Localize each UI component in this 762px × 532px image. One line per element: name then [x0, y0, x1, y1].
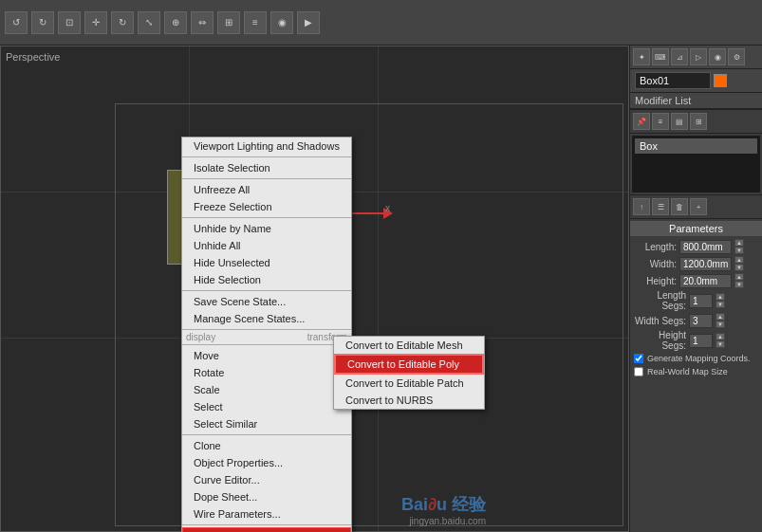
length-segs-down[interactable]: ▼ — [716, 301, 725, 308]
display-icon[interactable]: ◉ — [709, 48, 726, 65]
menu-separator-1 — [182, 156, 351, 157]
object-name-input[interactable] — [635, 72, 711, 89]
menu-item-freeze-selection[interactable]: Freeze Selection — [182, 198, 351, 215]
move-up-icon[interactable]: ↑ — [633, 198, 650, 215]
menu-item-dope-sheet[interactable]: Dope Sheet... — [182, 488, 351, 505]
width-up[interactable]: ▲ — [734, 256, 744, 264]
submenu-editable-poly[interactable]: Convert to Editable Poly — [334, 354, 484, 375]
menu-item-scale[interactable]: Scale — [182, 381, 351, 398]
menu-separator-6 — [182, 344, 351, 345]
submenu-editable-patch[interactable]: Convert to Editable Patch — [334, 375, 484, 392]
scale-icon[interactable]: ⤡ — [138, 11, 160, 34]
menu-separator-7 — [182, 434, 351, 435]
viewport[interactable]: Perspective x Viewport Lighting and Shad… — [0, 46, 629, 532]
menu-item-wire-parameters[interactable]: Wire Parameters... — [182, 505, 351, 523]
menu-separator-3 — [182, 217, 351, 218]
menu-item-convert-to[interactable]: Convert To — [182, 527, 351, 532]
menu-item-hide-unselected[interactable]: Hide Unselected — [182, 254, 351, 271]
add-modifier-icon[interactable]: + — [690, 198, 707, 215]
modify-icon[interactable]: ⌨ — [652, 48, 669, 65]
x-axis-label: x — [385, 203, 390, 213]
segs-row-height: Height Segs: ▲ ▼ — [630, 329, 762, 352]
length-segs-input[interactable] — [689, 294, 713, 308]
pin-icon[interactable]: 📌 — [633, 113, 650, 130]
top-toolbar: ↺ ↻ ⊡ ✛ ↻ ⤡ ⊕ ⇔ ⊞ ≡ ◉ ▶ — [0, 0, 762, 46]
realworld-map-checkbox[interactable] — [634, 367, 643, 376]
undo-icon[interactable]: ↺ — [5, 11, 28, 34]
menu-item-curve-editor[interactable]: Curve Editor... — [182, 471, 351, 488]
motion-icon[interactable]: ▷ — [690, 48, 707, 65]
width-segs-spinner: ▲ ▼ — [716, 313, 725, 328]
move-icon[interactable]: ✛ — [84, 11, 107, 34]
menu-item-clone[interactable]: Clone — [182, 437, 351, 454]
width-spinner: ▲ ▼ — [734, 256, 744, 271]
length-down[interactable]: ▼ — [734, 247, 744, 254]
object-name-row — [630, 69, 762, 93]
height-segs-up[interactable]: ▲ — [716, 333, 725, 340]
configure-modifier-icon[interactable]: ≡ — [652, 113, 669, 130]
menu-item-manage-scene[interactable]: Manage Scene States... — [182, 310, 351, 327]
width-segs-down[interactable]: ▼ — [716, 321, 725, 328]
submenu-nurbs[interactable]: Convert to NURBS — [334, 392, 484, 409]
viewport-label: Perspective — [6, 51, 60, 63]
convert-to-submenu: Convert to Editable Mesh Convert to Edit… — [333, 336, 485, 410]
length-spinner: ▲ ▼ — [734, 239, 744, 254]
hierarchy-icon[interactable]: ⊿ — [671, 48, 688, 65]
length-input[interactable] — [679, 240, 732, 254]
height-up[interactable]: ▲ — [734, 273, 744, 281]
menu-item-select[interactable]: Select — [182, 398, 351, 415]
width-segs-input[interactable] — [689, 314, 713, 328]
height-label: Height: — [634, 276, 677, 286]
create-icon[interactable]: ✦ — [633, 48, 650, 65]
width-down[interactable]: ▼ — [734, 264, 744, 271]
menu-item-viewport-lighting[interactable]: Viewport Lighting and Shadows — [182, 138, 351, 155]
height-segs-input[interactable] — [689, 334, 713, 348]
mirror-icon[interactable]: ⇔ — [191, 11, 214, 34]
width-segs-label: Width Segs: — [634, 316, 686, 326]
material-icon[interactable]: ◉ — [270, 11, 293, 34]
render-icon[interactable]: ▶ — [297, 11, 320, 34]
length-label: Length: — [634, 242, 677, 252]
object-color-swatch[interactable] — [714, 74, 727, 87]
height-segs-down[interactable]: ▼ — [716, 340, 725, 348]
align-icon[interactable]: ≡ — [244, 11, 267, 34]
menu-item-select-similar[interactable]: Select Similar — [182, 415, 351, 432]
menu-separator-4 — [182, 290, 351, 291]
menu-item-object-properties[interactable]: Object Properties... — [182, 454, 351, 471]
modifier-extra-icon[interactable]: ⊞ — [690, 113, 707, 130]
menu-item-rotate[interactable]: Rotate — [182, 364, 351, 381]
menu-item-hide-selection[interactable]: Hide Selection — [182, 271, 351, 288]
height-down[interactable]: ▼ — [734, 281, 744, 288]
right-panel: ✦ ⌨ ⊿ ▷ ◉ ⚙ Modifier List 📌 ≡ ▤ ⊞ Box ↑ — [629, 46, 762, 532]
modifier-box[interactable]: Box — [635, 138, 757, 154]
menu-item-unhide-all[interactable]: Unhide All — [182, 237, 351, 254]
generate-mapping-checkbox[interactable] — [634, 354, 643, 363]
utilities-icon[interactable]: ⚙ — [728, 48, 745, 65]
parameters-section-title: Parameters — [630, 221, 762, 236]
param-row-height: Height: ▲ ▼ — [630, 272, 762, 289]
width-label: Width: — [634, 259, 677, 269]
show-buttons-icon[interactable]: ▤ — [671, 113, 688, 130]
array-icon[interactable]: ⊞ — [217, 11, 240, 34]
length-segs-up[interactable]: ▲ — [716, 293, 725, 301]
length-up[interactable]: ▲ — [734, 239, 744, 247]
width-segs-up[interactable]: ▲ — [716, 313, 725, 321]
submenu-editable-mesh[interactable]: Convert to Editable Mesh — [334, 337, 484, 354]
menu-item-move[interactable]: Move — [182, 347, 351, 364]
width-input[interactable] — [679, 257, 732, 271]
move-modifier-icon[interactable]: ☰ — [652, 198, 669, 215]
menu-item-isolate[interactable]: Isolate Selection — [182, 159, 351, 176]
watermark-logo: Bai∂u 经验 — [401, 493, 486, 516]
menu-separator-5 — [182, 329, 351, 330]
menu-separator-2 — [182, 178, 351, 179]
redo-icon[interactable]: ↻ — [31, 11, 54, 34]
delete-modifier-icon[interactable]: 🗑 — [671, 198, 688, 215]
height-input[interactable] — [679, 274, 732, 288]
rotate-icon[interactable]: ↻ — [111, 11, 134, 34]
snap-icon[interactable]: ⊕ — [164, 11, 187, 34]
menu-item-save-scene[interactable]: Save Scene State... — [182, 293, 351, 310]
menu-item-unfreeze-all[interactable]: Unfreeze All — [182, 181, 351, 198]
menu-separator-8 — [182, 524, 351, 525]
select-icon[interactable]: ⊡ — [58, 11, 81, 34]
menu-item-unhide-by-name[interactable]: Unhide by Name — [182, 220, 351, 237]
